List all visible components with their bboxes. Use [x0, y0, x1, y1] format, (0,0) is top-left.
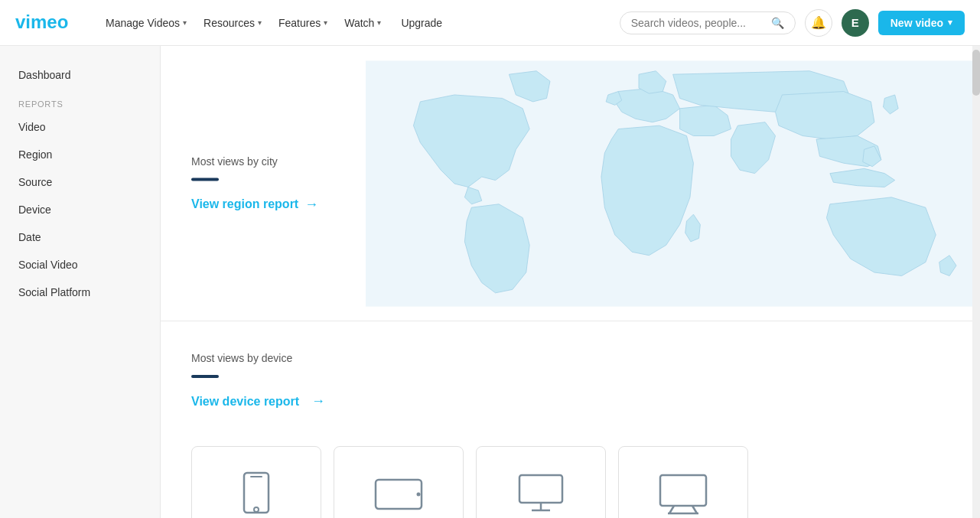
- search-icon: 🔍: [771, 17, 784, 29]
- nav-watch[interactable]: Watch ▾: [337, 12, 389, 34]
- nav-resources[interactable]: Resources ▾: [196, 12, 269, 34]
- svg-rect-11: [660, 475, 706, 506]
- scrollbar-thumb[interactable]: [972, 50, 980, 96]
- map-info: Most views by city View region report →: [191, 155, 318, 212]
- svg-text:vimeo: vimeo: [15, 11, 68, 32]
- new-video-button[interactable]: New video ▾: [878, 11, 965, 35]
- top-navigation: vimeo Manage Videos ▾ Resources ▾ Featur…: [0, 0, 980, 46]
- map-section: Most views by city View region report →: [161, 46, 980, 321]
- features-chevron-icon: ▾: [324, 18, 327, 27]
- device-section: Most views by device View device report …: [161, 321, 980, 518]
- nav-features[interactable]: Features ▾: [271, 12, 335, 34]
- nav-upgrade[interactable]: Upgrade: [390, 12, 453, 34]
- world-map-container: [366, 46, 980, 321]
- tablet-icon: [374, 475, 423, 516]
- device-card-tablet: Tablet: [334, 446, 464, 518]
- header-actions: 🔍 🔔 E New video ▾: [612, 9, 965, 37]
- scrollbar[interactable]: [972, 46, 980, 518]
- tv-icon: [659, 474, 708, 517]
- search-input[interactable]: [631, 17, 765, 29]
- device-section-title: Most views by device: [191, 352, 949, 364]
- bell-icon: 🔔: [811, 15, 826, 30]
- sidebar-item-dashboard[interactable]: Dashboard: [0, 61, 160, 89]
- new-video-chevron-icon: ▾: [948, 18, 952, 28]
- svg-rect-6: [376, 480, 422, 509]
- region-report-arrow-icon: →: [304, 196, 318, 212]
- svg-point-5: [254, 507, 259, 512]
- device-section-divider: [191, 375, 219, 378]
- device-card-tv: TV apps: [618, 446, 748, 518]
- map-section-divider: [191, 178, 219, 181]
- sidebar-item-region[interactable]: Region: [0, 141, 160, 168]
- sidebar-item-social-platform[interactable]: Social Platform: [0, 279, 160, 306]
- sidebar: Dashboard REPORTS Video Region Source De…: [0, 46, 161, 518]
- view-device-report-link[interactable]: View device report →: [191, 393, 325, 409]
- phone-icon: [239, 471, 273, 519]
- main-nav: Manage Videos ▾ Resources ▾ Features ▾ W…: [98, 12, 453, 34]
- view-region-report-link[interactable]: View region report →: [191, 196, 318, 212]
- device-report-arrow-icon: →: [311, 393, 325, 409]
- avatar[interactable]: E: [842, 9, 869, 37]
- sidebar-reports-label: REPORTS: [0, 89, 160, 113]
- svg-line-13: [692, 506, 697, 513]
- world-map: [366, 46, 980, 321]
- main-content: Most views by city View region report →: [161, 46, 980, 518]
- app-body: Dashboard REPORTS Video Region Source De…: [0, 46, 980, 518]
- sidebar-item-video[interactable]: Video: [0, 113, 160, 141]
- svg-rect-4: [250, 476, 262, 477]
- sidebar-item-date[interactable]: Date: [0, 223, 160, 251]
- sidebar-item-device[interactable]: Device: [0, 196, 160, 223]
- device-card-desktop: Desktop: [476, 446, 606, 518]
- notifications-button[interactable]: 🔔: [805, 9, 832, 37]
- svg-point-7: [417, 492, 421, 496]
- search-bar[interactable]: 🔍: [620, 11, 796, 34]
- device-grid: Phone Tablet: [191, 446, 949, 518]
- device-card-phone: Phone: [191, 446, 321, 518]
- desktop-icon: [518, 474, 564, 517]
- watch-chevron-icon: ▾: [377, 18, 381, 27]
- sidebar-item-source[interactable]: Source: [0, 168, 160, 196]
- nav-manage-videos[interactable]: Manage Videos ▾: [98, 12, 194, 34]
- svg-line-12: [669, 506, 674, 513]
- svg-rect-8: [519, 475, 562, 503]
- sidebar-item-social-video[interactable]: Social Video: [0, 251, 160, 279]
- resources-chevron-icon: ▾: [258, 18, 262, 27]
- map-section-title: Most views by city: [191, 155, 318, 167]
- vimeo-logo[interactable]: vimeo: [15, 10, 77, 35]
- manage-videos-chevron-icon: ▾: [183, 18, 187, 27]
